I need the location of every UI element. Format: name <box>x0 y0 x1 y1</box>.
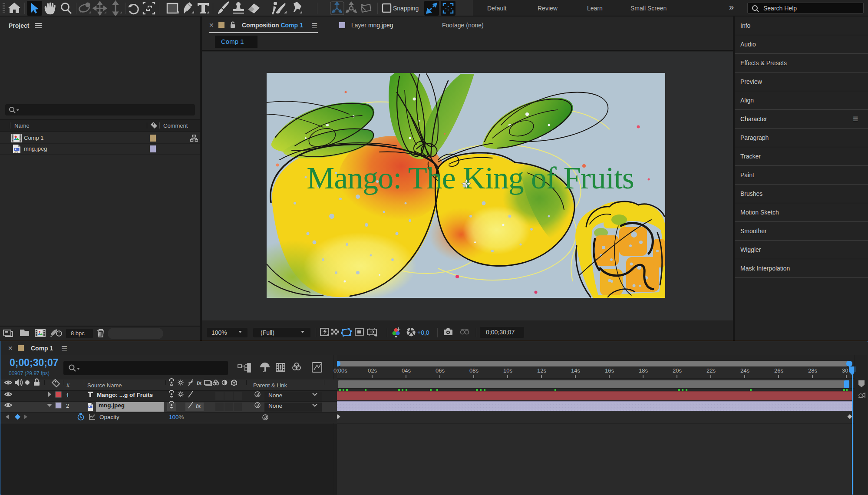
svg-text:Mango: The King of Fruits: Mango: The King of Fruits <box>307 161 634 195</box>
svg-text:fx: fx <box>197 380 202 386</box>
svg-text:100%: 100% <box>211 329 227 336</box>
svg-text:fx: fx <box>196 403 201 409</box>
svg-text:0;00;30;07: 0;00;30;07 <box>486 329 515 336</box>
svg-text:8 bpc: 8 bpc <box>71 330 85 337</box>
svg-text:JPG: JPG <box>14 151 18 153</box>
svg-text:(Full): (Full) <box>261 329 274 336</box>
svg-text:+0,0: +0,0 <box>417 329 429 336</box>
